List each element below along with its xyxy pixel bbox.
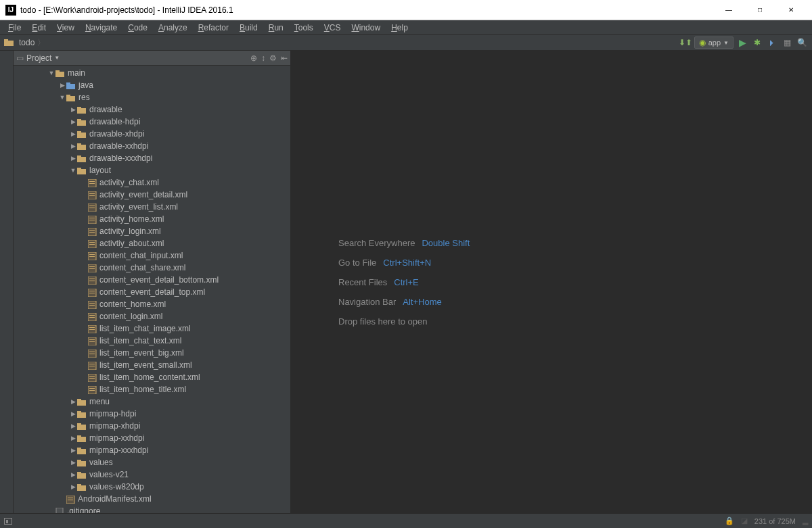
tree-arrow-icon[interactable]: ▶ bbox=[69, 410, 77, 417]
svg-rect-89 bbox=[77, 484, 81, 486]
tree-arrow-icon[interactable]: ▶ bbox=[69, 106, 77, 113]
menu-run[interactable]: Run bbox=[263, 22, 289, 34]
gear-icon[interactable]: ⚙ bbox=[269, 53, 277, 63]
tree-node[interactable]: list_item_home_content.xml bbox=[14, 371, 290, 383]
scroll-target-icon[interactable]: ⊕ bbox=[250, 53, 257, 63]
tree-node[interactable]: list_item_chat_text.xml bbox=[14, 335, 290, 347]
make-project-icon[interactable]: ⬇⬆ bbox=[679, 37, 692, 49]
collapse-all-icon[interactable]: ↕ bbox=[261, 53, 265, 63]
tree-node[interactable]: activity_event_detail.xml bbox=[14, 189, 290, 201]
tree-node[interactable]: content_chat_share.xml bbox=[14, 262, 290, 274]
tree-node[interactable]: ▼main bbox=[14, 67, 290, 79]
tree-node[interactable]: AndroidManifest.xml bbox=[14, 493, 290, 505]
tree-arrow-icon[interactable]: ▶ bbox=[58, 82, 66, 89]
tree-node[interactable]: list_item_event_big.xml bbox=[14, 347, 290, 359]
tree-node[interactable]: ▶mipmap-xhdpi bbox=[14, 420, 290, 432]
project-structure-icon[interactable]: ▦ bbox=[781, 37, 793, 49]
project-panel-icon: ▭ bbox=[16, 53, 24, 63]
tree-node[interactable]: ▶mipmap-xxxhdpi bbox=[14, 444, 290, 456]
tree-node[interactable]: content_chat_input.xml bbox=[14, 249, 290, 262]
tree-node[interactable]: ▶mipmap-xxhdpi bbox=[14, 432, 290, 444]
project-tree[interactable]: ▼main▶java▼res▶drawable▶drawable-hdpi▶dr… bbox=[14, 66, 290, 513]
chevron-down-icon[interactable]: ▼ bbox=[54, 55, 60, 61]
tree-arrow-icon[interactable]: ▶ bbox=[69, 118, 77, 125]
tree-arrow-icon[interactable]: ▶ bbox=[69, 459, 77, 466]
tree-node[interactable]: content_event_detail_bottom.xml bbox=[14, 274, 290, 286]
tree-node[interactable]: ▶drawable-xxhdpi bbox=[14, 140, 290, 152]
tree-arrow-icon[interactable]: ▶ bbox=[69, 130, 77, 137]
tree-arrow-icon[interactable]: ▼ bbox=[58, 94, 66, 101]
tree-arrow-icon[interactable]: ▶ bbox=[69, 398, 77, 405]
tree-node[interactable]: ▶values-v21 bbox=[14, 469, 290, 481]
left-tool-gutter[interactable] bbox=[0, 51, 14, 513]
tree-node-icon bbox=[88, 336, 99, 345]
menu-build[interactable]: Build bbox=[234, 22, 263, 34]
menu-code[interactable]: Code bbox=[122, 22, 153, 34]
svg-rect-84 bbox=[77, 461, 86, 466]
tree-node[interactable]: ▶drawable bbox=[14, 103, 290, 116]
tree-node[interactable]: activity_event_list.xml bbox=[14, 201, 290, 213]
tree-arrow-icon[interactable]: ▶ bbox=[69, 435, 77, 441]
tree-arrow-icon[interactable]: ▶ bbox=[69, 423, 77, 429]
tree-arrow-icon[interactable]: ▼ bbox=[47, 70, 55, 76]
svg-rect-66 bbox=[89, 364, 95, 364]
tree-node[interactable]: activity_chat.xml bbox=[14, 176, 290, 189]
tree-node-label: layout bbox=[89, 166, 111, 175]
tree-node[interactable]: ▶drawable-xxxhdpi bbox=[14, 152, 290, 164]
tree-node[interactable]: list_item_chat_image.xml bbox=[14, 322, 290, 335]
search-icon[interactable]: 🔍 bbox=[796, 37, 808, 49]
tree-node[interactable]: ▶values bbox=[14, 456, 290, 469]
menu-analyze[interactable]: Analyze bbox=[153, 22, 193, 34]
tree-node[interactable]: ▶menu bbox=[14, 395, 290, 408]
inspector-icon[interactable]: ◪ bbox=[741, 517, 748, 525]
breadcrumb-item[interactable]: todo bbox=[19, 38, 35, 47]
tree-node[interactable]: ▶mipmap-hdpi bbox=[14, 408, 290, 420]
tree-node[interactable]: ▼layout bbox=[14, 164, 290, 176]
tree-arrow-icon[interactable]: ▶ bbox=[69, 143, 77, 149]
notifications-icon[interactable]: ▂ bbox=[803, 517, 808, 525]
tree-arrow-icon[interactable]: ▼ bbox=[69, 167, 77, 174]
menu-vcs[interactable]: VCS bbox=[319, 22, 346, 34]
hide-panel-icon[interactable]: ⇤ bbox=[281, 53, 288, 63]
menu-refactor[interactable]: Refactor bbox=[193, 22, 234, 34]
close-button[interactable]: ✕ bbox=[775, 0, 807, 20]
menu-window[interactable]: Window bbox=[346, 22, 386, 34]
tree-node[interactable]: ▶values-w820dp bbox=[14, 481, 290, 493]
tree-node[interactable]: content_home.xml bbox=[14, 298, 290, 310]
tool-windows-icon[interactable] bbox=[4, 518, 12, 525]
tree-node[interactable]: list_item_event_small.xml bbox=[14, 359, 290, 371]
minimize-button[interactable]: — bbox=[713, 0, 744, 20]
tree-node[interactable]: ▶drawable-hdpi bbox=[14, 116, 290, 128]
memory-indicator[interactable]: 231 of 725M bbox=[754, 517, 796, 525]
tree-node[interactable]: content_event_detail_top.xml bbox=[14, 286, 290, 298]
menu-view[interactable]: View bbox=[51, 22, 80, 34]
run-button[interactable]: ▶ bbox=[736, 37, 748, 49]
tree-node[interactable]: list_item_home_title.xml bbox=[14, 383, 290, 395]
run-config-selector[interactable]: ◉ app ▼ bbox=[694, 37, 734, 49]
menu-file[interactable]: File bbox=[3, 22, 26, 34]
tree-node[interactable]: activtiy_about.xml bbox=[14, 237, 290, 249]
menu-tools[interactable]: Tools bbox=[289, 22, 319, 34]
menu-edit[interactable]: Edit bbox=[26, 22, 51, 34]
tree-arrow-icon[interactable]: ▶ bbox=[69, 483, 77, 490]
tree-arrow-icon[interactable]: ▶ bbox=[69, 447, 77, 454]
lock-icon[interactable]: 🔒 bbox=[725, 517, 734, 525]
tree-node[interactable]: activity_home.xml bbox=[14, 213, 290, 225]
debug-button[interactable]: ✱ bbox=[751, 37, 763, 49]
tree-node[interactable]: .gitignore bbox=[14, 505, 290, 513]
editor-empty-area[interactable]: Search EverywhereDouble ShiftGo to FileC… bbox=[291, 51, 812, 513]
project-panel-title[interactable]: Project bbox=[26, 53, 51, 63]
tree-node-label: mipmap-xhdpi bbox=[89, 421, 140, 431]
tree-node[interactable]: ▼res bbox=[14, 91, 290, 103]
tree-node[interactable]: content_login.xml bbox=[14, 310, 290, 322]
tree-node[interactable]: ▶java bbox=[14, 79, 290, 91]
menu-help[interactable]: Help bbox=[386, 22, 413, 34]
tree-arrow-icon[interactable]: ▶ bbox=[69, 471, 77, 478]
tree-arrow-icon[interactable]: ▶ bbox=[69, 155, 77, 162]
attach-debugger-icon[interactable]: ⏵ bbox=[766, 37, 778, 49]
menu-navigate[interactable]: Navigate bbox=[80, 22, 122, 34]
tree-node-icon bbox=[66, 80, 78, 90]
maximize-button[interactable]: □ bbox=[744, 0, 775, 20]
tree-node[interactable]: activity_login.xml bbox=[14, 225, 290, 237]
tree-node[interactable]: ▶drawable-xhdpi bbox=[14, 128, 290, 140]
